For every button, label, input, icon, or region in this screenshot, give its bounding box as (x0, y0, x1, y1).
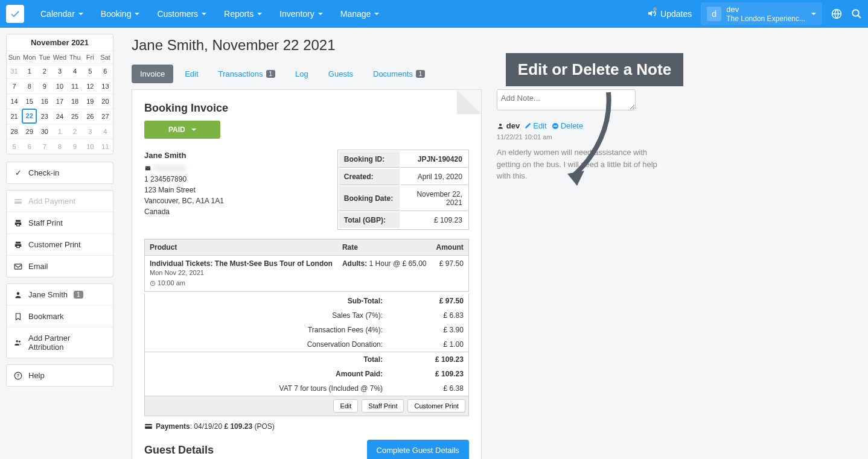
calendar-day[interactable]: 5 (7, 139, 22, 154)
svg-point-7 (19, 341, 21, 343)
note-edit-link[interactable]: Edit (525, 121, 546, 130)
calendar-dow: Wed (52, 51, 67, 63)
clock-icon (150, 280, 156, 286)
globe-icon[interactable] (831, 8, 842, 20)
calendar-day[interactable]: 5 (83, 63, 98, 78)
calendar-day[interactable]: 9 (37, 78, 52, 93)
tab-invoice[interactable]: Invoice (132, 65, 173, 83)
minus-circle-icon (552, 122, 559, 130)
invoice-customer-print-button[interactable]: Customer Print (407, 399, 465, 413)
calendar-day[interactable]: 8 (22, 78, 37, 93)
calendar-day[interactable]: 31 (7, 63, 22, 78)
calendar-day[interactable]: 12 (83, 78, 98, 93)
calendar-day[interactable]: 24 (52, 109, 67, 124)
calendar-day[interactable]: 8 (52, 139, 67, 154)
calendar-day[interactable]: 2 (68, 124, 83, 139)
calendar-day[interactable]: 10 (52, 78, 67, 93)
tab-documents[interactable]: Documents1 (365, 65, 433, 83)
calendar-day[interactable]: 15 (22, 93, 37, 109)
tabs: Invoice Edit Transactions1 Log Guests Do… (132, 65, 856, 83)
caret-icon (191, 128, 196, 131)
calendar-day[interactable]: 11 (68, 78, 83, 93)
calendar-day[interactable]: 29 (22, 124, 37, 139)
sidebar-add-payment: Add Payment (7, 191, 113, 212)
sidebar-checkin[interactable]: ✓Check-in (7, 162, 113, 183)
tab-guests[interactable]: Guests (320, 65, 362, 83)
calendar-day[interactable]: 30 (37, 124, 52, 139)
tab-transactions[interactable]: Transactions1 (210, 65, 284, 83)
calendar-day[interactable]: 11 (98, 139, 113, 154)
card-icon (14, 197, 22, 206)
tab-badge: 1 (266, 70, 276, 78)
page-fold-icon (457, 90, 481, 114)
calendar-day[interactable]: 6 (22, 139, 37, 154)
search-icon[interactable] (851, 8, 862, 20)
guest-details-title: Guest Details (144, 444, 214, 457)
calendar-day[interactable]: 28 (7, 124, 22, 139)
invoice-edit-button[interactable]: Edit (333, 399, 358, 413)
caret-icon (202, 13, 206, 15)
calendar-day[interactable]: 14 (7, 93, 22, 109)
sidebar-bookmark[interactable]: Bookmark (7, 306, 113, 328)
sidebar-help[interactable]: ?Help (7, 365, 113, 386)
caret-icon (78, 13, 83, 15)
calendar-day[interactable]: 26 (83, 109, 98, 124)
paid-status-button[interactable]: PAID (144, 121, 220, 139)
calendar-day[interactable]: 16 (37, 93, 52, 109)
tab-badge: 1 (416, 70, 426, 78)
calendar-day[interactable]: 9 (68, 139, 83, 154)
calendar-day[interactable]: 17 (52, 93, 67, 109)
updates-button[interactable]: Updates (647, 9, 692, 19)
invoice-panel: Booking Invoice PAID Jane Smith 1 234567… (132, 89, 482, 459)
calendar-day[interactable]: 4 (98, 124, 113, 139)
nav-customers[interactable]: Customers (150, 4, 214, 24)
calendar-day[interactable]: 20 (98, 93, 113, 109)
calendar-day[interactable]: 27 (98, 109, 113, 124)
sidebar-customer-print[interactable]: Customer Print (7, 234, 113, 256)
sidebar: November 2021 SunMonTueWedThuFriSat31123… (0, 28, 120, 459)
calendar-dow: Tue (37, 51, 52, 63)
calendar-dow: Thu (68, 51, 83, 63)
invoice-staff-print-button[interactable]: Staff Print (362, 399, 404, 413)
calendar-day[interactable]: 1 (22, 63, 37, 78)
complete-guest-details-button[interactable]: Complete Guest Details (367, 440, 469, 459)
nav-booking[interactable]: Booking (94, 4, 147, 24)
sidebar-partner[interactable]: Add Partner Attribution (7, 328, 113, 358)
nav-reports[interactable]: Reports (217, 4, 269, 24)
calendar-day[interactable]: 10 (83, 139, 98, 154)
sidebar-email[interactable]: Email (7, 256, 113, 277)
calendar-dow: Fri (83, 51, 98, 63)
calendar-day[interactable]: 1 (52, 124, 67, 139)
calendar-day[interactable]: 23 (37, 109, 52, 124)
user-menu[interactable]: d dev The London Experienc... (701, 2, 822, 25)
svg-point-6 (16, 340, 19, 343)
tab-log[interactable]: Log (287, 65, 317, 83)
calendar-day[interactable]: 3 (52, 63, 67, 78)
calendar-day[interactable]: 22 (22, 109, 37, 124)
calendar-day[interactable]: 21 (7, 109, 22, 124)
sidebar-staff-print[interactable]: Staff Print (7, 212, 113, 234)
caret-icon (811, 13, 816, 15)
calendar-day[interactable]: 19 (83, 93, 98, 109)
caret-icon (374, 13, 379, 15)
nav-calendar[interactable]: Calendar (33, 4, 91, 24)
customer-badge: 1 (74, 291, 83, 299)
totals-table: Sub-Total:£ 97.50 Sales Tax (7%):£ 6.83 … (144, 294, 469, 396)
calendar-day[interactable]: 2 (37, 63, 52, 78)
calendar-day[interactable]: 7 (37, 139, 52, 154)
logo[interactable] (6, 5, 24, 23)
calendar-day[interactable]: 13 (98, 78, 113, 93)
calendar-day[interactable]: 18 (68, 93, 83, 109)
calendar-day[interactable]: 7 (7, 78, 22, 93)
svg-point-1 (852, 10, 859, 17)
tab-edit[interactable]: Edit (176, 65, 206, 83)
calendar-day[interactable]: 6 (98, 63, 113, 78)
nav-manage[interactable]: Manage (333, 4, 387, 24)
print-icon (14, 241, 22, 249)
calendar-day[interactable]: 3 (83, 124, 98, 139)
nav-inventory[interactable]: Inventory (272, 4, 330, 24)
calendar-day[interactable]: 4 (68, 63, 83, 78)
sidebar-customer[interactable]: Jane Smith1 (7, 284, 113, 306)
calendar-day[interactable]: 25 (68, 109, 83, 124)
top-navbar: Calendar Booking Customers Reports Inven… (0, 0, 868, 28)
